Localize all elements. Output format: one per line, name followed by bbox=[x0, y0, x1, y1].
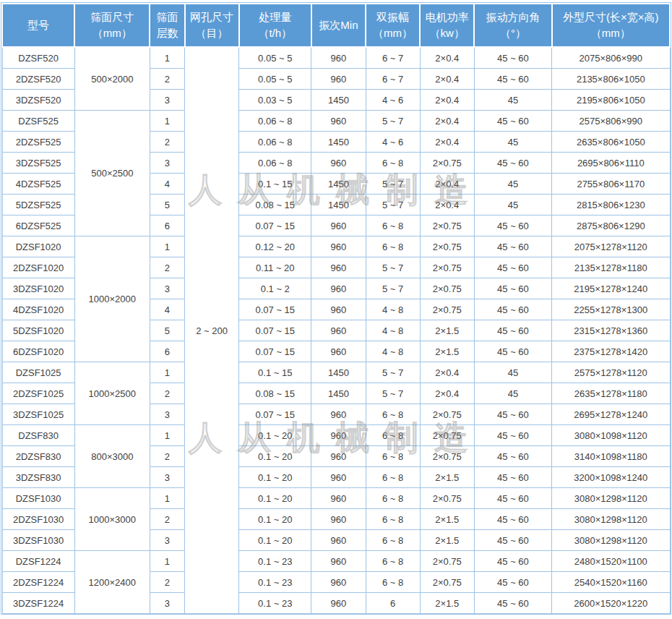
capacity-cell: 0.06 ~ 8 bbox=[239, 111, 311, 132]
angle-cell: 45 ~ 60 bbox=[474, 488, 551, 509]
screen-size-cell: 1000×2500 bbox=[74, 362, 150, 425]
column-header-9: 外型尺寸(长×宽×高) （mm） bbox=[552, 4, 670, 47]
frequency-cell: 960 bbox=[311, 153, 366, 174]
capacity-cell: 0.12 ~ 20 bbox=[239, 236, 311, 257]
amplitude-cell: 6 ~ 7 bbox=[366, 47, 420, 69]
angle-cell: 45 bbox=[474, 195, 551, 215]
model-cell: 3DZSF1030 bbox=[2, 530, 74, 551]
frequency-cell: 1450 bbox=[311, 195, 366, 215]
power-cell: 2×0.4 bbox=[420, 174, 474, 195]
spec-table: 型号筛面尺寸 （mm）筛面 层数网孔尺寸 （目）处理量 （t/h）振次Min双振… bbox=[1, 3, 671, 614]
column-header-4: 处理量 （t/h） bbox=[239, 4, 311, 47]
angle-cell: 45 ~ 60 bbox=[474, 69, 551, 90]
amplitude-cell: 6 bbox=[366, 593, 420, 614]
amplitude-cell: 4 ~ 8 bbox=[366, 320, 420, 341]
capacity-cell: 0.1 ~ 20 bbox=[239, 488, 311, 509]
model-cell: 3DZSF1025 bbox=[2, 404, 74, 425]
power-cell: 2×1.5 bbox=[420, 530, 474, 551]
mesh-size-cell: 2 ~ 200 bbox=[185, 47, 239, 614]
frequency-cell: 960 bbox=[311, 467, 366, 488]
dimensions-cell: 2575×806×990 bbox=[552, 111, 670, 132]
amplitude-cell: 6 ~ 8 bbox=[366, 153, 420, 174]
capacity-cell: 0.1 ~ 20 bbox=[239, 446, 311, 467]
screen-size-cell: 1200×2400 bbox=[74, 551, 150, 614]
capacity-cell: 0.06 ~ 8 bbox=[239, 153, 311, 174]
angle-cell: 45 ~ 60 bbox=[474, 446, 551, 467]
dimensions-cell: 2695×806×1110 bbox=[552, 153, 670, 174]
frequency-cell: 1450 bbox=[311, 174, 366, 195]
table-row: DZSF12241200×240010.1 ~ 239606 ~ 82×0.75… bbox=[2, 551, 670, 572]
model-cell: 2DZSF525 bbox=[2, 132, 74, 153]
amplitude-cell: 6 ~ 8 bbox=[366, 530, 420, 551]
angle-cell: 45 ~ 60 bbox=[474, 153, 551, 174]
amplitude-cell: 5 ~ 7 bbox=[366, 257, 420, 278]
frequency-cell: 960 bbox=[311, 47, 366, 69]
dimensions-cell: 2315×1278×1360 bbox=[552, 320, 670, 341]
dimensions-cell: 2075×1278×1120 bbox=[552, 236, 670, 257]
amplitude-cell: 4 ~ 8 bbox=[366, 299, 420, 320]
capacity-cell: 0.1 ~ 23 bbox=[239, 593, 311, 614]
capacity-cell: 0.07 ~ 15 bbox=[239, 341, 311, 362]
model-cell: DZSF520 bbox=[2, 47, 74, 69]
capacity-cell: 0.11 ~ 20 bbox=[239, 257, 311, 278]
layers-cell: 2 bbox=[150, 446, 184, 467]
layers-cell: 1 bbox=[150, 551, 184, 572]
model-cell: DZSF525 bbox=[2, 111, 74, 132]
dimensions-cell: 2195×806×1050 bbox=[552, 90, 670, 111]
amplitude-cell: 5 ~ 7 bbox=[366, 174, 420, 195]
dimensions-cell: 2480×1520×1100 bbox=[552, 551, 670, 572]
power-cell: 2×0.75 bbox=[420, 257, 474, 278]
dimensions-cell: 2635×1278×1180 bbox=[552, 383, 670, 404]
angle-cell: 45 ~ 60 bbox=[474, 530, 551, 551]
layers-cell: 1 bbox=[150, 488, 184, 509]
layers-cell: 3 bbox=[150, 593, 184, 614]
angle-cell: 45 ~ 60 bbox=[474, 509, 551, 530]
capacity-cell: 0.1 ~ 20 bbox=[239, 467, 311, 488]
dimensions-cell: 2575×1278×1120 bbox=[552, 362, 670, 383]
model-cell: 6DZSF1020 bbox=[2, 341, 74, 362]
power-cell: 2×0.4 bbox=[420, 362, 474, 383]
capacity-cell: 0.06 ~ 8 bbox=[239, 132, 311, 153]
amplitude-cell: 6 ~ 8 bbox=[366, 215, 420, 236]
frequency-cell: 960 bbox=[311, 572, 366, 593]
frequency-cell: 960 bbox=[311, 530, 366, 551]
amplitude-cell: 4 ~ 6 bbox=[366, 90, 420, 111]
spec-table-body: DZSF520500×200012 ~ 2000.05 ~ 59606 ~ 72… bbox=[2, 47, 670, 614]
layers-cell: 3 bbox=[150, 530, 184, 551]
angle-cell: 45 bbox=[474, 383, 551, 404]
column-header-8: 振动方向角 （°） bbox=[474, 4, 551, 47]
power-cell: 2×0.75 bbox=[420, 551, 474, 572]
table-row: DZSF10301000×300010.1 ~ 209606 ~ 82×0.75… bbox=[2, 488, 670, 509]
capacity-cell: 0.05 ~ 5 bbox=[239, 47, 311, 69]
model-cell: 3DZSF830 bbox=[2, 467, 74, 488]
layers-cell: 5 bbox=[150, 320, 184, 341]
layers-cell: 5 bbox=[150, 195, 184, 215]
dimensions-cell: 3080×1298×1120 bbox=[552, 488, 670, 509]
screen-size-cell: 500×2500 bbox=[74, 111, 150, 236]
frequency-cell: 960 bbox=[311, 425, 366, 446]
power-cell: 2×0.75 bbox=[420, 299, 474, 320]
model-cell: 2DZSF1020 bbox=[2, 257, 74, 278]
layers-cell: 3 bbox=[150, 90, 184, 111]
screen-size-cell: 500×2000 bbox=[74, 47, 150, 111]
layers-cell: 2 bbox=[150, 509, 184, 530]
dimensions-cell: 2635×806×1050 bbox=[552, 132, 670, 153]
amplitude-cell: 5 ~ 7 bbox=[366, 278, 420, 299]
layers-cell: 2 bbox=[150, 69, 184, 90]
page: 人从机械制造 人从机械制造 型号筛面尺寸 （mm）筛面 层数网孔尺寸 （目）处理… bbox=[0, 0, 672, 619]
frequency-cell: 1450 bbox=[311, 383, 366, 404]
amplitude-cell: 6 ~ 8 bbox=[366, 572, 420, 593]
dimensions-cell: 3200×1098×1240 bbox=[552, 467, 670, 488]
power-cell: 2×0.75 bbox=[420, 404, 474, 425]
dimensions-cell: 2255×1278×1300 bbox=[552, 299, 670, 320]
angle-cell: 45 ~ 60 bbox=[474, 593, 551, 614]
table-row: DZSF10201000×200010.12 ~ 209606 ~ 82×0.7… bbox=[2, 236, 670, 257]
model-cell: 3DZSF520 bbox=[2, 90, 74, 111]
table-row: DZSF830800×300010.1 ~ 209606 ~ 82×0.7545… bbox=[2, 425, 670, 446]
model-cell: 2DZSF520 bbox=[2, 69, 74, 90]
header-row: 型号筛面尺寸 （mm）筛面 层数网孔尺寸 （目）处理量 （t/h）振次Min双振… bbox=[2, 4, 670, 47]
power-cell: 2×0.4 bbox=[420, 383, 474, 404]
layers-cell: 2 bbox=[150, 572, 184, 593]
capacity-cell: 0.1 ~ 2 bbox=[239, 278, 311, 299]
dimensions-cell: 2695×1278×1240 bbox=[552, 404, 670, 425]
